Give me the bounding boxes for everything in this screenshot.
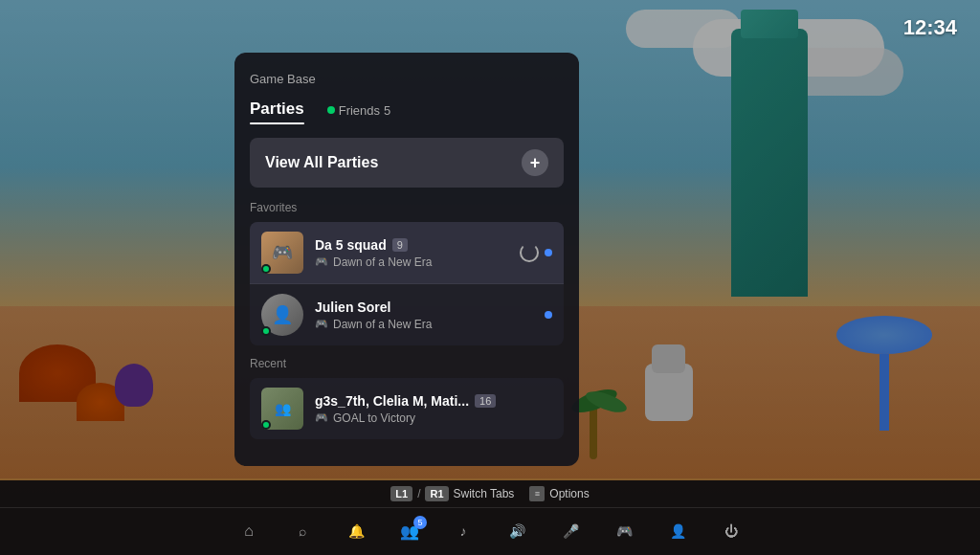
nav-home[interactable]: ⌂ (237, 520, 260, 543)
party-game: Dawn of a New Era (333, 318, 432, 331)
tab-parties[interactable]: Parties (250, 100, 304, 122)
controller-icon: 🎮 (315, 411, 328, 424)
tab-friends[interactable]: Friends 5 (327, 100, 391, 122)
home-icon: ⌂ (237, 520, 260, 543)
slash-sep: / (417, 487, 420, 500)
friends-tab-badge: Friends 5 (327, 103, 391, 118)
game-base-badge: 5 (413, 516, 427, 529)
view-all-parties-button[interactable]: View All Parties + (250, 138, 564, 188)
party-dot (545, 249, 552, 256)
party-ring-icon (520, 243, 539, 262)
search-icon: ⌕ (291, 520, 314, 543)
l1-badge: L1 (390, 486, 412, 501)
user-icon: 👤 (666, 520, 689, 543)
party-item[interactable]: 👤 Julien Sorel 🎮 Dawn of a New Era (250, 284, 564, 345)
switch-tabs-label: Switch Tabs (454, 487, 515, 500)
avatar-wrap: 🎮 (261, 232, 303, 274)
switch-tabs-hint: L1 / R1 Switch Tabs (390, 486, 514, 501)
add-party-button[interactable]: + (522, 149, 548, 176)
nav-user[interactable]: 👤 (666, 520, 689, 543)
mic-icon: 🎤 (559, 520, 582, 543)
bottom-hints: L1 / R1 Switch Tabs ≡ Options (0, 480, 980, 508)
options-icon: ≡ (529, 486, 545, 501)
nav-game-base[interactable]: 👥 5 (398, 520, 421, 543)
online-indicator (261, 326, 271, 336)
view-all-label: View All Parties (265, 154, 378, 171)
party-right-icons (520, 243, 552, 262)
party-game: GOAL to Victory (333, 411, 415, 425)
party-right-icons (545, 311, 552, 319)
options-hint: ≡ Options (529, 486, 589, 501)
controller-icon: 🎮 (315, 255, 328, 268)
party-item[interactable]: 🎮 Da 5 squad 9 🎮 Dawn of a New Era (250, 222, 564, 284)
panel-title: Game Base (250, 72, 564, 86)
r1-badge: R1 (425, 486, 448, 501)
volume-icon: 🔊 (505, 520, 528, 543)
party-count: 16 (475, 394, 496, 408)
game-base-panel: Game Base Parties Friends 5 View All Par… (234, 53, 579, 466)
recent-list: 👥 g3s_7th, Clelia M, Mati... 16 🎮 GOAL t… (250, 378, 564, 439)
party-game-row: 🎮 Dawn of a New Era (315, 255, 520, 269)
nav-notifications[interactable]: 🔔 (345, 520, 368, 543)
clock: 12:34 (903, 15, 957, 40)
nav-controller[interactable]: 🎮 (612, 520, 635, 543)
tab-friends-label: Friends (339, 103, 380, 118)
avatar-wrap: 👥 (261, 388, 303, 430)
nav-volume[interactable]: 🔊 (505, 520, 528, 543)
party-name-row: g3s_7th, Clelia M, Mati... 16 (315, 393, 552, 409)
party-name: Julien Sorel (315, 300, 390, 315)
nav-mic[interactable]: 🎤 (559, 520, 582, 543)
controller-icon: 🎮 (315, 318, 328, 330)
party-name: g3s_7th, Clelia M, Mati... (315, 393, 469, 409)
nav-search[interactable]: ⌕ (291, 520, 314, 543)
avatar-wrap: 👤 (261, 294, 303, 336)
controller-icon: 🎮 (612, 520, 635, 543)
music-icon: ♪ (452, 520, 475, 543)
party-item[interactable]: 👥 g3s_7th, Clelia M, Mati... 16 🎮 GOAL t… (250, 378, 564, 439)
options-label: Options (549, 487, 589, 500)
power-icon: ⏻ (720, 520, 743, 543)
friends-online-dot (327, 106, 335, 114)
nav-music[interactable]: ♪ (452, 520, 475, 543)
notification-icon: 🔔 (345, 520, 368, 543)
favorites-list: 🎮 Da 5 squad 9 🎮 Dawn of a New Era (250, 222, 564, 345)
party-info: g3s_7th, Clelia M, Mati... 16 🎮 GOAL to … (315, 393, 552, 425)
party-dot (545, 311, 552, 319)
party-count: 9 (392, 238, 408, 252)
recent-label: Recent (250, 357, 564, 370)
online-indicator (261, 264, 271, 274)
bottom-bar: L1 / R1 Switch Tabs ≡ Options ⌂ ⌕ 🔔 👥 5 … (0, 480, 980, 555)
party-game-row: 🎮 Dawn of a New Era (315, 318, 545, 331)
favorites-label: Favorites (250, 201, 564, 214)
online-indicator (261, 420, 271, 430)
party-name: Da 5 squad (315, 237, 387, 253)
friends-count: 5 (384, 103, 390, 118)
tabs-row: Parties Friends 5 (250, 100, 564, 122)
party-name-row: Julien Sorel (315, 300, 545, 315)
party-game: Dawn of a New Era (333, 255, 432, 269)
plus-icon: + (530, 153, 541, 173)
party-game-row: 🎮 GOAL to Victory (315, 411, 552, 425)
nav-power[interactable]: ⏻ (720, 520, 743, 543)
party-info: Julien Sorel 🎮 Dawn of a New Era (315, 300, 545, 331)
party-info: Da 5 squad 9 🎮 Dawn of a New Era (315, 237, 520, 269)
party-name-row: Da 5 squad 9 (315, 237, 520, 253)
